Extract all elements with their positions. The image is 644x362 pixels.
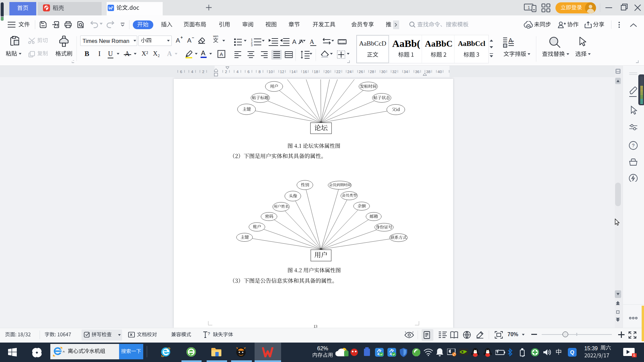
svg-text:4: 4 xyxy=(191,70,194,74)
svg-text:38: 38 xyxy=(426,70,431,74)
svg-text:2: 2 xyxy=(202,70,204,74)
svg-text:10: 10 xyxy=(269,70,273,74)
svg-text:6: 6 xyxy=(180,70,182,74)
svg-text:4: 4 xyxy=(236,70,239,74)
svg-text:40: 40 xyxy=(438,70,442,74)
svg-text:20: 20 xyxy=(325,70,330,74)
svg-text:12: 12 xyxy=(280,70,284,74)
svg-text:18: 18 xyxy=(314,70,318,74)
svg-text:36: 36 xyxy=(415,70,420,74)
svg-text:?: ? xyxy=(632,143,635,148)
svg-text:28: 28 xyxy=(370,70,374,74)
svg-text:1: 1 xyxy=(528,5,530,10)
svg-text:30: 30 xyxy=(381,70,386,74)
svg-text:A: A xyxy=(508,37,513,44)
svg-text:16: 16 xyxy=(303,70,307,74)
svg-text:6: 6 xyxy=(633,353,635,357)
svg-text:22: 22 xyxy=(336,70,341,74)
svg-text:6: 6 xyxy=(248,70,250,74)
svg-text:34: 34 xyxy=(404,70,408,74)
svg-text:2: 2 xyxy=(225,70,227,74)
svg-text:?: ? xyxy=(208,331,210,336)
svg-text:32: 32 xyxy=(392,70,397,74)
svg-text:24: 24 xyxy=(347,70,352,74)
svg-text:8: 8 xyxy=(259,70,261,74)
svg-text:26: 26 xyxy=(359,70,363,74)
svg-text:14: 14 xyxy=(291,70,296,74)
